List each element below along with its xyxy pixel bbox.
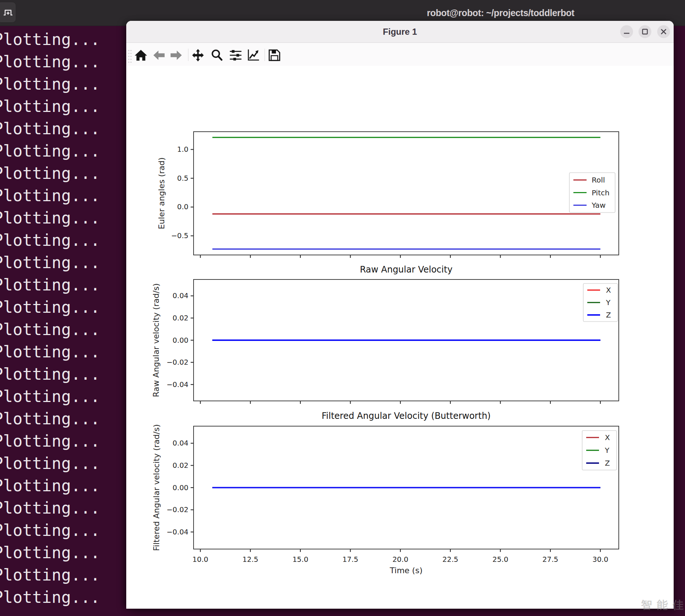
axes-box bbox=[194, 132, 619, 255]
x-tick-label: 10.0 bbox=[192, 555, 208, 564]
legend-label: Z bbox=[606, 311, 611, 319]
new-tab-icon bbox=[3, 7, 14, 18]
y-tick-label: 0.04 bbox=[173, 292, 188, 300]
figure-title: Figure 1 bbox=[383, 21, 417, 42]
zoom-button[interactable] bbox=[209, 48, 225, 63]
legend-label: Y bbox=[604, 446, 610, 455]
back-icon bbox=[152, 48, 166, 62]
legend-label: Z bbox=[605, 459, 610, 467]
back-button[interactable] bbox=[151, 48, 167, 63]
x-tick-label: 12.5 bbox=[243, 555, 258, 564]
figure-titlebar[interactable]: Figure 1 bbox=[126, 21, 674, 43]
maximize-icon bbox=[639, 25, 651, 38]
axes-plot-icon bbox=[246, 48, 260, 62]
edit-axes-button[interactable] bbox=[245, 48, 261, 63]
y-tick-label: 0.00 bbox=[173, 484, 188, 492]
y-tick-label: 0.5 bbox=[177, 174, 188, 183]
y-tick-label: 0.02 bbox=[173, 461, 188, 470]
x-tick-label: 30.0 bbox=[592, 555, 608, 564]
x-tick-label: 25.0 bbox=[493, 555, 508, 564]
minimize-icon bbox=[620, 25, 633, 38]
close-button[interactable] bbox=[657, 25, 670, 38]
toolbar-separator bbox=[265, 49, 265, 61]
x-tick-label: 22.5 bbox=[442, 555, 458, 564]
forward-icon bbox=[169, 48, 183, 62]
legend-label: Yaw bbox=[591, 201, 606, 210]
x-tick-label: 17.5 bbox=[342, 555, 358, 564]
x-axis-label: Time (s) bbox=[389, 566, 422, 575]
y-tick-label: 0.04 bbox=[173, 439, 188, 447]
configure-subplots-button[interactable] bbox=[228, 48, 244, 63]
subplot-title: Raw Angular Velocity bbox=[360, 264, 452, 275]
home-button[interactable] bbox=[133, 48, 149, 63]
toolbar-drag-handle[interactable] bbox=[127, 49, 132, 64]
new-tab-button[interactable] bbox=[0, 2, 16, 23]
y-tick-label: 0.0 bbox=[177, 203, 188, 211]
y-tick-label: −0.02 bbox=[166, 358, 188, 367]
forward-button[interactable] bbox=[168, 48, 184, 63]
legend-label: X bbox=[606, 286, 611, 294]
legend-label: Pitch bbox=[592, 188, 610, 197]
minimize-button[interactable] bbox=[620, 25, 633, 38]
watermark-text: 智能佳 bbox=[641, 598, 685, 613]
y-tick-label: −0.5 bbox=[171, 232, 188, 240]
pan-button[interactable] bbox=[190, 48, 206, 63]
subplot-title: Filtered Angular Velocity (Butterworth) bbox=[322, 411, 491, 421]
save-icon bbox=[267, 48, 281, 62]
x-tick-label: 20.0 bbox=[392, 555, 408, 564]
maximize-button[interactable] bbox=[639, 25, 651, 38]
save-button[interactable] bbox=[266, 48, 282, 63]
y-tick-label: 0.00 bbox=[173, 336, 188, 345]
plot-canvas[interactable]: Euler angles (rad)1.00.50.0−0.5RollPitch… bbox=[126, 66, 674, 609]
y-tick-label: −0.02 bbox=[166, 506, 188, 514]
home-icon bbox=[134, 48, 148, 62]
y-axis-label: Filtered Angular velocity (rad/s) bbox=[152, 424, 161, 551]
legend-label: Roll bbox=[592, 176, 605, 184]
legend-label: Y bbox=[606, 298, 611, 307]
y-axis-label: Raw Angular velocity (rad/s) bbox=[151, 283, 161, 397]
zoom-icon bbox=[210, 48, 224, 62]
legend-label: X bbox=[605, 433, 610, 442]
x-tick-label: 15.0 bbox=[292, 555, 308, 564]
y-tick-label: 0.02 bbox=[173, 314, 188, 322]
close-icon bbox=[657, 25, 670, 38]
matplotlib-toolbar bbox=[126, 43, 674, 66]
figure-window: Figure 1 bbox=[126, 21, 674, 609]
y-axis-label: Euler angles (rad) bbox=[157, 157, 166, 229]
y-tick-label: 1.0 bbox=[177, 145, 188, 154]
pan-icon bbox=[191, 48, 205, 62]
y-tick-label: −0.04 bbox=[166, 528, 188, 536]
subplots-icon bbox=[229, 48, 243, 62]
terminal-output: Plotting... Plotting... Plotting... Plot… bbox=[0, 28, 100, 608]
x-tick-label: 27.5 bbox=[542, 555, 558, 564]
toolbar-separator bbox=[188, 49, 188, 61]
y-tick-label: −0.04 bbox=[166, 380, 188, 389]
